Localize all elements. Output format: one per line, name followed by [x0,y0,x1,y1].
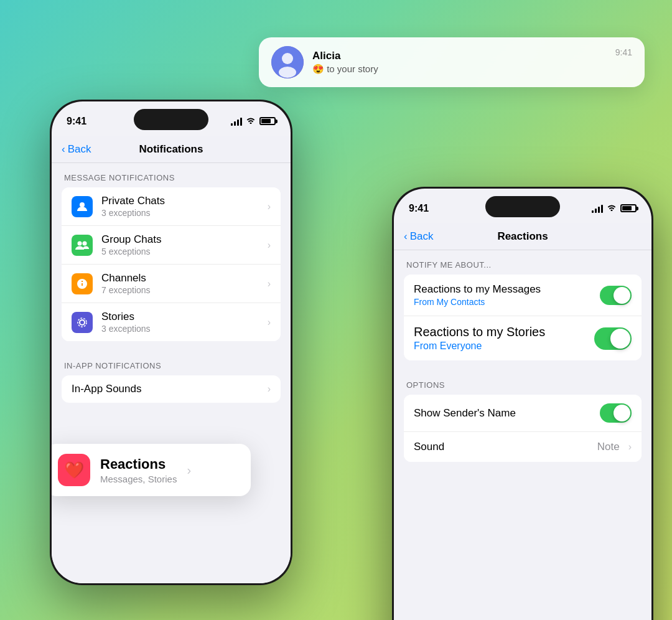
sound-chevron: › [628,441,632,453]
stories-text: Stories 3 exceptions [101,311,259,334]
notify-header: NOTIFY ME ABOUT... [394,250,651,275]
inapp-sounds-item[interactable]: In-App Sounds › [62,375,281,403]
private-chats-subtitle: 3 exceptions [101,208,259,218]
list-item-private-chats[interactable]: Private Chats 3 exceptions › [62,187,281,226]
dynamic-island-left [134,109,208,130]
signal-icon-right [592,204,603,213]
notification-sender-name: Alicia [312,50,607,62]
reactions-messages-label: Reactions to my Messages From My Contact… [414,283,594,307]
list-item-group-chats[interactable]: Group Chats 5 exceptions › [62,226,281,265]
inapp-sounds-text: In-App Sounds [72,383,259,395]
group-chats-text: Group Chats 5 exceptions [101,233,259,256]
show-sender-name-label: Show Sender's Name [414,407,594,420]
nav-bar-left: ‹ Back Notifications [52,136,291,163]
reactions-stories-title: Reactions to my Stories [414,325,588,339]
show-sender-name-item[interactable]: Show Sender's Name [404,395,642,432]
back-button-right[interactable]: ‹ Back [404,230,433,243]
chevron-left-icon: ‹ [62,143,65,156]
nav-title-right: Reactions [497,230,548,243]
reactions-stories-label: Reactions to my Stories From Everyone [414,325,588,352]
stories-subtitle: 3 exceptions [101,324,259,334]
nav-bar-right: ‹ Back Reactions [394,223,651,250]
message-notifications-header: MESSAGE NOTIFICATIONS [52,163,291,187]
wifi-icon-left [246,116,256,126]
svg-point-3 [80,202,85,207]
battery-icon-left [259,117,276,125]
status-icons-right [592,204,637,213]
options-header: OPTIONS [394,370,651,395]
back-button-left[interactable]: ‹ Back [62,143,91,156]
notification-time: 9:41 [615,46,632,57]
channels-icon [72,273,93,294]
list-item-stories[interactable]: Stories 3 exceptions › [62,303,281,341]
content-area-right: NOTIFY ME ABOUT... Reactions to my Messa… [394,250,651,620]
group-chats-chevron: › [268,240,271,251]
reactions-card[interactable]: ❤️ Reactions Messages, Stories › [52,444,251,496]
phone-left: 9:41 ‹ Back Notifications [50,100,292,585]
back-label-left: Back [68,143,91,156]
show-sender-name-toggle[interactable] [600,403,632,423]
channels-title: Channels [101,272,259,284]
svg-point-6 [80,320,85,325]
status-icons-left [231,116,276,126]
reactions-card-subtitle: Messages, Stories [100,474,177,484]
status-time-right: 9:41 [409,203,429,214]
sound-item[interactable]: Sound Note › [404,432,642,462]
svg-point-2 [279,67,296,78]
reactions-card-icon: ❤️ [58,454,90,486]
show-sender-name-title: Show Sender's Name [414,407,594,420]
phone-left-inner: 9:41 ‹ Back Notifications [52,101,291,583]
reactions-messages-subtitle: From My Contacts [414,297,594,307]
nav-title-left: Notifications [139,143,203,156]
signal-icon-left [231,117,242,126]
reactions-stories-item[interactable]: Reactions to my Stories From Everyone [404,316,642,360]
inapp-list: In-App Sounds › [62,375,281,403]
list-item-channels[interactable]: Channels 7 exceptions › [62,265,281,303]
sound-title: Sound [414,441,591,453]
reactions-stories-toggle[interactable] [594,327,632,350]
inapp-sounds-chevron: › [268,383,271,395]
stories-chevron: › [268,317,271,328]
inapp-section: IN-APP NOTIFICATIONS In-App Sounds › [52,351,291,403]
content-area-left: MESSAGE NOTIFICATIONS Private Chats 3 ex… [52,163,291,583]
svg-point-5 [83,241,87,245]
inapp-sounds-title: In-App Sounds [72,383,259,395]
notification-banner: Alicia 😍 to your story 9:41 [259,37,645,87]
message-notifications-list: Private Chats 3 exceptions › Group Chats… [62,187,281,341]
dynamic-island-right [485,196,560,217]
notification-content: Alicia 😍 to your story [312,50,607,75]
avatar [271,46,304,78]
sound-label: Sound [414,441,591,453]
status-time-left: 9:41 [67,116,86,127]
reactions-stories-subtitle: From Everyone [414,341,588,352]
reactions-card-text: Reactions Messages, Stories [100,456,177,484]
options-list: Show Sender's Name Sound Note › [404,395,642,462]
back-label-right: Back [410,230,434,243]
group-chats-icon [72,235,93,256]
group-chats-title: Group Chats [101,233,259,246]
reactions-messages-item[interactable]: Reactions to my Messages From My Contact… [404,275,642,316]
stories-title: Stories [101,311,259,323]
private-chats-chevron: › [268,201,271,212]
channels-subtitle: 7 exceptions [101,285,259,295]
group-chats-subtitle: 5 exceptions [101,247,259,256]
wifi-icon-right [607,204,617,213]
inapp-header: IN-APP NOTIFICATIONS [52,351,291,375]
chevron-left-icon-right: ‹ [404,230,408,243]
private-chats-text: Private Chats 3 exceptions [101,195,259,218]
phone-right-inner: 9:41 ‹ Back Reactions NOT [394,189,651,620]
private-chats-icon [72,196,93,217]
reactions-messages-title: Reactions to my Messages [414,283,594,296]
phone-right: 9:41 ‹ Back Reactions NOT [392,187,653,620]
sound-value: Note [597,441,620,453]
reactions-card-chevron: › [187,463,191,477]
stories-icon [72,312,93,333]
reactions-messages-toggle[interactable] [600,286,632,305]
notify-list: Reactions to my Messages From My Contact… [404,275,642,360]
reactions-card-title: Reactions [100,456,177,472]
private-chats-title: Private Chats [101,195,259,207]
battery-icon-right [620,204,637,212]
channels-chevron: › [268,278,271,289]
svg-point-4 [78,241,82,245]
channels-text: Channels 7 exceptions [101,272,259,295]
